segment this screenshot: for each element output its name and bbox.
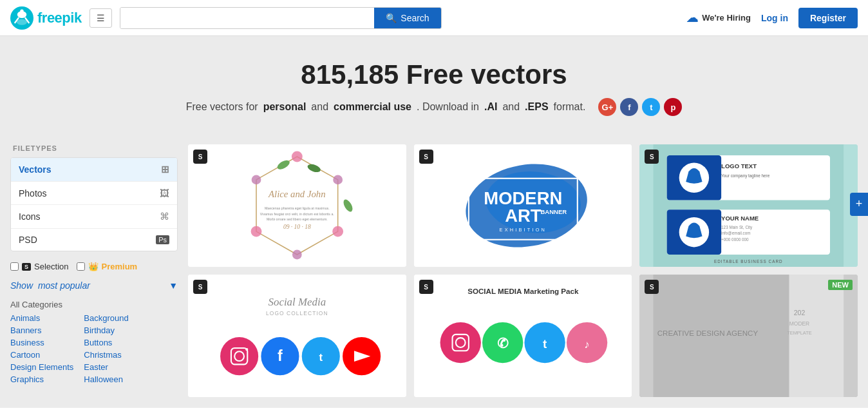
svg-text:Maecenas pharetra eget ligula : Maecenas pharetra eget ligula at maximus…: [265, 206, 330, 210]
filetype-psd[interactable]: PSD Ps: [11, 229, 177, 251]
image-grid: S: [188, 144, 858, 397]
header-right: ☁ We're Hiring Log in Register: [686, 8, 858, 28]
social-icons: G+ f t p: [598, 98, 682, 116]
selection-filter[interactable]: S Selection: [10, 262, 69, 271]
svg-text:info@email.com: info@email.com: [721, 231, 750, 235]
photos-icon: 🖼: [160, 188, 169, 199]
cat-business[interactable]: Business: [10, 338, 73, 347]
hero-subtitle: Free vectors for personal and commercial…: [10, 98, 858, 116]
grid-item-2[interactable]: S MODERN ART BANNER EXHIBITION: [414, 144, 632, 267]
svg-text:Morbi ornare sed libero eget e: Morbi ornare sed libero eget elementum.: [267, 217, 328, 221]
selection-badge: S: [22, 263, 31, 271]
pinterest-link[interactable]: p: [664, 98, 682, 116]
filetype-icons-label: Icons: [19, 211, 40, 222]
grid-item-2-inner: S MODERN ART BANNER EXHIBITION: [414, 144, 632, 267]
cat-easter[interactable]: Easter: [84, 362, 128, 372]
filetype-vectors-label: Vectors: [19, 164, 52, 175]
art-svg: MODERN ART BANNER EXHIBITION: [414, 144, 632, 267]
svg-rect-44: [202, 275, 393, 397]
cat-christmas[interactable]: Christmas: [84, 350, 128, 360]
grid-item-5[interactable]: S SOCIAL MEDIA Marketing Pack ✆ t: [414, 275, 632, 397]
cat-banners[interactable]: Banners: [10, 325, 73, 335]
expand-sidebar-button[interactable]: +: [850, 193, 868, 216]
format-text: format.: [554, 101, 586, 113]
cat-birthday[interactable]: Birthday: [84, 325, 128, 335]
register-button[interactable]: Register: [798, 8, 858, 28]
svg-text:202: 202: [794, 309, 806, 316]
grid-area: S: [188, 144, 858, 397]
filetype-photos-label: Photos: [19, 188, 47, 199]
social-svg: Social Media LOGO COLLECTION f t: [188, 275, 406, 397]
hiring-link[interactable]: ☁ We're Hiring: [686, 11, 751, 25]
search-bar: 🔍 Search: [120, 7, 442, 29]
grid-item-1[interactable]: S: [188, 144, 406, 267]
svg-text:Alice and John: Alice and John: [268, 189, 326, 199]
svg-text:✆: ✆: [496, 336, 508, 351]
all-categories-link[interactable]: All Categories: [10, 300, 178, 309]
most-popular-label: most popular: [38, 280, 90, 291]
svg-point-12: [251, 226, 262, 237]
grid-item-4[interactable]: S Social Media LOGO COLLECTION f t: [188, 275, 406, 397]
svg-point-47: [220, 337, 258, 375]
svg-point-10: [332, 226, 343, 237]
bold-eps: .EPS: [525, 101, 548, 113]
grid-item-5-inner: S SOCIAL MEDIA Marketing Pack ✆ t: [414, 275, 632, 397]
and-text: and: [502, 101, 520, 113]
hiring-label: We're Hiring: [702, 13, 751, 23]
svg-text:MODER: MODER: [789, 320, 809, 327]
show-popular-text: Show most popular: [10, 280, 90, 291]
cloud-icon: ☁: [686, 11, 698, 25]
selection-checkbox[interactable]: [10, 262, 19, 271]
logo[interactable]: freepik: [10, 6, 82, 30]
cat-design-elements[interactable]: Design Elements: [10, 362, 73, 372]
cat-cartoon[interactable]: Cartoon: [10, 350, 73, 360]
svg-point-11: [292, 250, 302, 260]
svg-text:LOGO COLLECTION: LOGO COLLECTION: [266, 310, 328, 316]
logo-text: freepik: [37, 10, 82, 26]
cat-animals[interactable]: Animals: [10, 313, 73, 323]
grid-item-6[interactable]: S NEW 202 MODER TEMPLATE CREATIVE DESIGN…: [639, 275, 858, 397]
svg-text:123 Main St, City: 123 Main St, City: [721, 225, 753, 230]
svg-rect-6: [202, 144, 393, 267]
search-btn-label: Search: [401, 13, 429, 23]
filetype-list: Vectors ⊞ Photos 🖼 Icons ⌘ PSD Ps: [10, 157, 178, 251]
svg-text:t: t: [319, 351, 323, 364]
cat-graphics[interactable]: Graphics: [10, 374, 73, 384]
premium-filter[interactable]: 👑 Premium: [77, 262, 138, 271]
premium-checkbox[interactable]: [77, 262, 85, 271]
svg-text:BANNER: BANNER: [540, 208, 567, 215]
s-badge-5: S: [419, 280, 433, 294]
facebook-link[interactable]: f: [620, 98, 638, 116]
filetype-icons[interactable]: Icons ⌘: [11, 205, 177, 229]
hamburger-button[interactable]: ☰: [90, 8, 112, 28]
svg-text:09 · 10 · 18: 09 · 10 · 18: [283, 224, 311, 230]
show-popular-toggle[interactable]: Show most popular ▼: [10, 280, 178, 291]
selection-label: Selection: [34, 262, 68, 271]
svg-point-50: [245, 348, 248, 351]
filetype-photos[interactable]: Photos 🖼: [11, 182, 177, 205]
cat-buttons[interactable]: Buttons: [84, 338, 128, 347]
filetype-vectors[interactable]: Vectors ⊞: [11, 158, 177, 182]
search-button[interactable]: 🔍 Search: [374, 8, 440, 28]
grid-item-4-inner: S Social Media LOGO COLLECTION f t: [188, 275, 406, 397]
search-input[interactable]: [120, 8, 375, 28]
grid-item-3-inner: S LOGO TEXT Your company tagline here: [639, 144, 858, 267]
svg-text:LOGO TEXT: LOGO TEXT: [721, 162, 757, 170]
svg-text:SOCIAL MEDIA Marketing Pack: SOCIAL MEDIA Marketing Pack: [467, 287, 579, 295]
cat-background[interactable]: Background: [84, 313, 128, 323]
login-link[interactable]: Log in: [761, 13, 788, 23]
filter-row: S Selection 👑 Premium: [10, 262, 178, 271]
s-badge-6: S: [645, 280, 659, 294]
mid-and: and: [311, 101, 328, 113]
plus-icon: +: [856, 197, 863, 211]
grid-item-3[interactable]: S LOGO TEXT Your company tagline here: [639, 144, 858, 267]
svg-point-59: [440, 322, 480, 363]
s-badge-4: S: [193, 280, 207, 294]
hamburger-icon: ☰: [97, 13, 105, 23]
header: freepik ☰ 🔍 Search ☁ We're Hiring Log in…: [0, 0, 868, 36]
google-plus-link[interactable]: G+: [598, 98, 616, 116]
show-label: Show: [10, 280, 33, 291]
twitter-link[interactable]: t: [642, 98, 660, 116]
cat-halloween[interactable]: Halloween: [84, 374, 128, 384]
grid-item-6-inner: S NEW 202 MODER TEMPLATE CREATIVE DESIGN…: [639, 275, 858, 397]
